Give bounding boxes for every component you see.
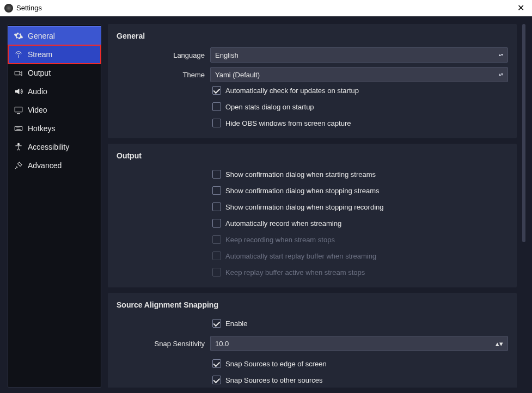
settings-main: General Language English ▴▾ Theme Yam <box>108 24 527 388</box>
sidebar-item-label: General <box>28 32 55 40</box>
sidebar-item-advanced[interactable]: Advanced <box>8 156 101 175</box>
sidebar-item-label: Output <box>28 69 51 77</box>
theme-label: Theme <box>117 71 205 79</box>
camcorder-icon <box>14 68 23 78</box>
sidebar-item-output[interactable]: Output <box>8 64 101 82</box>
svg-point-3 <box>18 143 20 145</box>
check-label: Automatically start replay buffer when s… <box>225 252 376 260</box>
check-label: Enable <box>225 320 247 328</box>
check-label: Snap Sources to edge of screen <box>225 360 327 368</box>
check-keep-recording <box>212 235 221 244</box>
sidebar-item-label: Video <box>28 106 47 114</box>
language-label: Language <box>117 51 205 59</box>
check-label: Open stats dialog on startup <box>225 103 314 111</box>
snap-sensitivity-label: Snap Sensitivity <box>117 340 205 348</box>
check-label: Show confirmation dialog when stopping s… <box>225 187 380 195</box>
sidebar-item-audio[interactable]: Audio <box>8 82 101 101</box>
title-bar: Settings ✕ <box>0 0 532 16</box>
check-label: Automatically check for updates on start… <box>225 87 359 95</box>
settings-panels: General Language English ▴▾ Theme Yam <box>108 24 518 388</box>
language-combo[interactable]: English ▴▾ <box>210 47 508 63</box>
updown-icon: ▴▾ <box>499 53 503 57</box>
snap-sensitivity-value: 10.0 <box>215 340 229 348</box>
antenna-icon <box>14 50 23 59</box>
check-auto-replay-buffer <box>212 251 221 260</box>
check-hide-obs-windows[interactable] <box>212 119 221 127</box>
check-label: Keep recording when stream stops <box>225 236 335 244</box>
theme-value: Yami (Default) <box>215 71 260 79</box>
check-keep-replay-buffer <box>212 268 221 277</box>
updown-icon: ▴▾ <box>496 340 503 348</box>
sidebar-item-label: Hotkeys <box>28 124 56 133</box>
monitor-icon <box>14 105 23 115</box>
keyboard-icon <box>14 124 23 133</box>
check-label: Show confirmation dialog when starting s… <box>225 170 376 179</box>
svg-rect-2 <box>15 126 22 131</box>
check-snap-enable[interactable] <box>212 319 221 328</box>
panel-general: General Language English ▴▾ Theme Yam <box>108 24 517 138</box>
check-confirm-start-stream[interactable] <box>212 170 221 179</box>
scrollbar[interactable] <box>521 24 527 388</box>
check-confirm-stop-recording[interactable] <box>212 202 221 211</box>
panel-title: Source Alignment Snapping <box>117 300 508 309</box>
panel-title: General <box>117 32 508 40</box>
check-auto-record[interactable] <box>212 219 221 228</box>
sidebar-item-label: Accessibility <box>28 143 69 151</box>
gear-icon <box>14 31 23 41</box>
svg-rect-1 <box>15 107 22 112</box>
panel-snapping: Source Alignment Snapping Enable Snap Se… <box>108 293 517 388</box>
snap-sensitivity-spinbox[interactable]: 10.0 ▴▾ <box>210 336 508 351</box>
check-snap-other-sources[interactable] <box>212 376 221 384</box>
sidebar-item-accessibility[interactable]: Accessibility <box>8 138 101 156</box>
sidebar-item-label: Audio <box>28 87 47 96</box>
sidebar-item-hotkeys[interactable]: Hotkeys <box>8 119 101 138</box>
sidebar-item-stream[interactable]: Stream <box>8 45 101 64</box>
check-auto-update[interactable] <box>212 86 221 95</box>
app-icon <box>4 4 13 13</box>
speaker-icon <box>14 87 23 96</box>
check-label: Automatically record when streaming <box>225 219 341 228</box>
check-label: Snap Sources to other sources <box>225 376 323 384</box>
theme-combo[interactable]: Yami (Default) ▴▾ <box>210 67 508 82</box>
check-label: Keep replay buffer active when stream st… <box>225 268 365 277</box>
check-label: Hide OBS windows from screen capture <box>225 119 351 127</box>
sidebar-item-label: Advanced <box>28 161 62 170</box>
settings-sidebar: General Stream Output Audio Video <box>8 24 101 388</box>
sidebar-item-general[interactable]: General <box>8 27 101 45</box>
accessibility-icon <box>14 142 23 152</box>
updown-icon: ▴▾ <box>499 73 503 76</box>
sidebar-item-label: Stream <box>28 50 52 59</box>
scrollbar-thumb[interactable] <box>522 24 525 242</box>
settings-window: General Stream Output Audio Video <box>0 16 532 393</box>
check-label: Show confirmation dialog when stopping r… <box>225 203 384 211</box>
panel-title: Output <box>117 151 508 160</box>
window-title: Settings <box>16 4 42 12</box>
svg-rect-0 <box>15 71 20 75</box>
check-snap-screen-edge[interactable] <box>212 359 221 368</box>
sidebar-item-video[interactable]: Video <box>8 101 101 119</box>
tools-icon <box>14 161 23 170</box>
close-button[interactable]: ✕ <box>514 2 528 14</box>
check-confirm-stop-stream[interactable] <box>212 186 221 195</box>
panel-output: Output Show confirmation dialog when sta… <box>108 144 517 287</box>
language-value: English <box>215 51 239 59</box>
check-open-stats[interactable] <box>212 102 221 111</box>
